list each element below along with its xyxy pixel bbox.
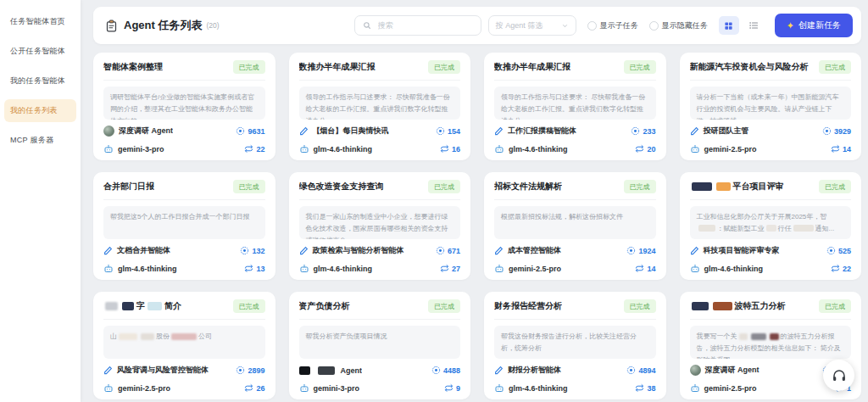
sidebar-item-public-agents[interactable]: 公开任务智能体	[4, 40, 76, 63]
agent-name: 政策检索与智能分析智能体	[299, 245, 404, 256]
radio-icon[interactable]	[587, 21, 597, 31]
task-card[interactable]: 新能源汽车投资机会与风险分析 已完成 请分析一下当前（或未来一年）中国新能源汽车…	[680, 53, 862, 160]
redacted-text	[698, 225, 715, 232]
sidebar-item-agent-home[interactable]: 任务智能体首页	[4, 10, 76, 33]
loops-stat: 27	[440, 264, 460, 273]
loops-stat: 20	[635, 144, 655, 154]
redacted-text	[119, 333, 137, 340]
task-description: 我要写一个关的波特五力分析报告，波特五力分析模型的相关信息如下： 简介及影响关系…	[690, 326, 852, 359]
search-box[interactable]	[354, 15, 481, 36]
views-stat: 4894	[626, 366, 655, 375]
target-icon	[822, 126, 832, 136]
task-title: 财务报告经营分析	[494, 300, 562, 312]
search-input[interactable]	[376, 20, 473, 31]
repeat-icon	[440, 144, 449, 154]
task-card[interactable]: 招标文件法规解析 已完成 根据最新招投标法规，解析这份招标文件 成本管控智能体 …	[484, 172, 666, 280]
loops-stat: 14	[831, 144, 851, 154]
agent-name: 深度调研 Agent	[103, 126, 173, 137]
target-icon	[436, 126, 445, 136]
clipboard-icon	[105, 20, 118, 32]
agent-name: 风险背调与风险管控智能体	[103, 365, 209, 376]
redacted-text	[770, 333, 779, 340]
page-title: Agent 任务列表	[124, 18, 202, 33]
target-icon	[236, 126, 245, 136]
repeat-icon	[831, 264, 840, 273]
redacted-text	[147, 302, 162, 310]
redacted-text	[692, 182, 712, 191]
model-name: gemini-2.5-pro	[494, 264, 561, 274]
status-badge: 已完成	[233, 299, 265, 313]
task-title: 波特五力分析	[690, 300, 786, 312]
robot-icon	[690, 264, 700, 274]
views-stat: 3929	[822, 126, 851, 136]
task-title: 数推办半年成果汇报	[494, 61, 570, 73]
pen-icon	[299, 126, 309, 136]
task-card[interactable]: 字 简介 已完成 山股份公司 风险背调与风险管控智能体 2899	[93, 292, 275, 399]
topbar: Agent 任务列表 (20) 按 Agent 筛选 显示子任务 显示隐藏任务	[93, 7, 861, 44]
redacted-text	[766, 225, 776, 232]
target-icon	[236, 366, 245, 375]
pen-icon	[690, 246, 699, 255]
loops-stat: 16	[440, 144, 460, 154]
sidebar: 任务智能体首页 公开任务智能体 我的任务智能体 我的任务列表 MCP 服务器	[0, 0, 81, 402]
redacted-text	[692, 302, 709, 310]
task-title: 平台项目评审	[690, 181, 784, 193]
redacted-text	[751, 333, 766, 340]
robot-icon	[103, 383, 114, 394]
robot-icon	[494, 144, 504, 154]
globe-avatar-icon	[690, 365, 701, 376]
list-view-button[interactable]	[743, 16, 764, 35]
model-name: glm-4.6-thinking	[494, 383, 568, 394]
chevron-down-icon	[561, 22, 569, 30]
robot-icon	[103, 264, 114, 274]
loops-stat: 26	[244, 383, 264, 393]
robot-icon	[103, 144, 114, 154]
model-name: gemini-2.5-pro	[690, 144, 757, 154]
agent-name: 财报分析智能体	[494, 365, 561, 376]
pen-icon	[494, 366, 504, 375]
views-stat: 1924	[626, 246, 655, 255]
status-badge: 已完成	[819, 180, 851, 193]
task-title: 智能体案例整理	[103, 61, 163, 73]
agent-name: 【烟台】每日舆情快讯	[299, 126, 389, 137]
create-task-button[interactable]: ✦ 创建新任务	[775, 14, 853, 37]
task-card[interactable]: 财务报告经营分析 已完成 帮我这份财务报告进行分析，比较关注经营分析，统筹分析 …	[484, 292, 666, 399]
task-card[interactable]: 智能体案例整理 已完成 调研智能体平台/企业做的智能体实施案例或者官网的介绍，整…	[93, 53, 275, 160]
sidebar-item-my-task-list[interactable]: 我的任务列表	[4, 99, 76, 122]
target-icon	[626, 246, 636, 255]
robot-icon	[494, 264, 504, 274]
support-headphones-button[interactable]	[823, 360, 854, 391]
agent-name: Agent	[299, 366, 363, 375]
sidebar-item-mcp-server[interactable]: MCP 服务器	[4, 129, 76, 152]
repeat-icon	[244, 383, 253, 393]
radio-icon[interactable]	[649, 21, 659, 31]
task-description: 帮我这份财务报告进行分析，比较关注经营分析，统筹分析	[494, 326, 656, 359]
task-card[interactable]: 绿色改造资金支持查询 已完成 我们是一家山东的制造业中小企业，想要进行绿色化技术…	[289, 172, 471, 280]
views-stat: 671	[436, 246, 460, 255]
show-subtasks-toggle[interactable]: 显示子任务	[587, 20, 638, 31]
task-title: 合并部门日报	[103, 181, 154, 193]
model-name: glm-4.6-thinking	[494, 144, 568, 154]
task-title: 数推办半年成果汇报	[299, 61, 376, 73]
task-card[interactable]: 资产负债分析 已完成 帮我分析资产负债项目情况 Agent 4488 gemi	[289, 292, 471, 399]
sidebar-item-my-agents[interactable]: 我的任务智能体	[4, 70, 76, 92]
target-icon	[826, 246, 836, 255]
task-description: 工业和信息化部办公厅关于开展2025年，智：赋能新型工业行任通知...	[690, 206, 852, 239]
show-subtasks-label: 显示子任务	[600, 20, 638, 31]
redacted-text	[739, 333, 748, 340]
grid-view-button[interactable]	[719, 16, 739, 35]
task-description: 我们是一家山东的制造业中小企业，想要进行绿色化技术改造，国家层面有哪些相关的资金…	[299, 206, 461, 239]
pen-icon	[690, 126, 699, 136]
task-card[interactable]: 数推办半年成果汇报 已完成 领导的工作指示与口述要求： 尽快帮我准备一份给大老板…	[289, 53, 471, 160]
task-card[interactable]: 合并部门日报 已完成 帮我把这5个人的工作日报合并成一个部门日报 文档合并智能体…	[93, 172, 275, 280]
target-icon	[431, 366, 441, 375]
repeat-icon	[635, 144, 644, 154]
status-badge: 已完成	[624, 60, 656, 74]
task-card[interactable]: 平台项目评审 已完成 工业和信息化部办公厅关于开展2025年，智：赋能新型工业行…	[680, 172, 862, 280]
agent-filter-select[interactable]: 按 Agent 筛选	[488, 15, 576, 36]
show-hidden-tasks-toggle[interactable]: 显示隐藏任务	[649, 20, 708, 31]
pen-icon	[494, 246, 504, 255]
task-title: 新能源汽车投资机会与风险分析	[690, 61, 809, 73]
task-card[interactable]: 数推办半年成果汇报 已完成 领导的工作指示与口述要求： 尽快帮我准备一份给大老板…	[484, 53, 666, 160]
robot-icon	[299, 144, 309, 154]
